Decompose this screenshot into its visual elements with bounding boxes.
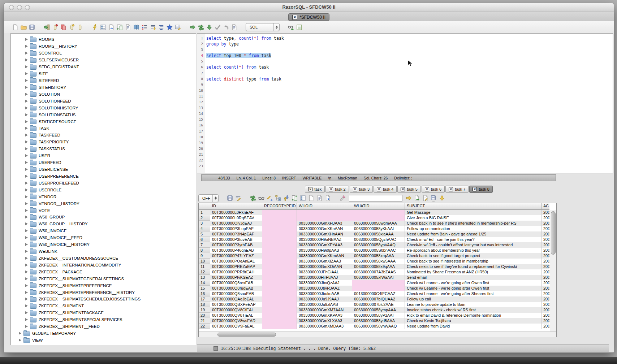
disclosure-triangle-icon[interactable]: [25, 229, 28, 232]
whoid-cell[interactable]: 0033000000GmXPYAA3: [297, 242, 352, 248]
recordtypeid-cell[interactable]: [262, 231, 297, 237]
sort-list-icon[interactable]: [150, 24, 156, 31]
activitydate-cell[interactable]: 200: [542, 313, 549, 318]
recordtypeid-cell[interactable]: [262, 248, 297, 253]
sidebar-item-table[interactable]: SITEFEED: [11, 77, 196, 84]
whatid-cell[interactable]: [352, 280, 405, 286]
disclosure-triangle-icon[interactable]: [25, 182, 28, 185]
commit-check-icon[interactable]: [214, 24, 221, 31]
disclosure-triangle-icon[interactable]: [25, 291, 28, 294]
sidebar-item-table[interactable]: VOTE: [11, 207, 196, 214]
id-cell[interactable]: 00T3000000QAeJbEAL: [210, 296, 262, 302]
disclosure-triangle-icon[interactable]: [25, 147, 28, 150]
whatid-cell[interactable]: 0013000000C4fFCAAZ: [352, 291, 405, 296]
disclosure-triangle-icon[interactable]: [25, 161, 28, 164]
disclosure-triangle-icon[interactable]: [25, 236, 28, 239]
execute-statement-icon[interactable]: [189, 24, 196, 31]
export-results-icon[interactable]: [414, 195, 420, 202]
subject-cell[interactable]: Follow up call: [405, 296, 542, 302]
disclosure-triangle-icon[interactable]: [25, 257, 28, 260]
column-header-activitydate[interactable]: AC: [542, 203, 549, 210]
disclosure-triangle-icon[interactable]: [25, 65, 28, 68]
recordtypeid-cell[interactable]: [262, 324, 297, 329]
disclosure-triangle-icon[interactable]: [25, 127, 28, 130]
close-tab-icon[interactable]: ×: [449, 187, 453, 191]
sidebar-item-root[interactable]: GLOBAL TEMPORARY: [11, 330, 196, 337]
disclosure-triangle-icon[interactable]: [25, 298, 28, 300]
whatid-cell[interactable]: 006300000058wgmAAA: [352, 221, 405, 226]
sidebar-item-table[interactable]: STATICRESOURCE: [11, 118, 196, 125]
table-row[interactable]: 16 00T3000000Q8sauEAB 0033000000JbukoAAB…: [199, 291, 549, 296]
whatid-cell[interactable]: 00630000007bIQUAA2: [352, 296, 405, 302]
subject-cell[interactable]: Rick to email David & reference Delmonte…: [405, 313, 542, 318]
execute-sql-lightning-icon[interactable]: [91, 24, 98, 31]
disclosure-triangle-icon[interactable]: [25, 311, 28, 314]
sidebar-item-table[interactable]: VENDOR: [11, 193, 196, 200]
whoid-cell[interactable]: 0033000000GmXMDAA3: [297, 324, 352, 329]
sidebar-item-table[interactable]: ZKFEDEX__SHIPMATEPREFERENCE__HISTORY: [11, 289, 196, 296]
activitydate-cell[interactable]: 200: [542, 286, 549, 291]
execute-fetch-icon[interactable]: [206, 24, 213, 31]
whatid-cell[interactable]: 00630000005S0bnAAC: [352, 248, 405, 253]
save-file-icon[interactable]: [29, 24, 35, 31]
whoid-cell[interactable]: 0033000000JbukoAAB: [297, 291, 352, 296]
sidebar-item-table[interactable]: TASKFEED: [11, 132, 196, 139]
disclosure-triangle-icon[interactable]: [25, 107, 28, 109]
row-number-cell[interactable]: 10: [199, 259, 210, 264]
whatid-cell[interactable]: [352, 286, 405, 291]
reference-book-icon[interactable]: [133, 24, 140, 31]
table-row[interactable]: 22 00T3000000QV9FaEAL 0033000000GmXMDAA3…: [199, 324, 549, 329]
sidebar-item-table[interactable]: ZKFEDEX__SHIPMENT: [11, 303, 196, 309]
connect-database-icon[interactable]: [43, 24, 50, 31]
save-results-icon[interactable]: [226, 195, 233, 202]
copy-table-icon[interactable]: [324, 195, 331, 202]
disclosure-triangle-icon[interactable]: [25, 270, 28, 273]
whoid-cell[interactable]: 0033000000GmXKPAA3: [297, 313, 352, 318]
id-cell[interactable]: 00T3000000P3tuvEAB: [210, 237, 262, 242]
disclosure-triangle-icon[interactable]: [25, 154, 28, 157]
disclosure-triangle-icon[interactable]: [25, 277, 28, 280]
favorites-star-icon[interactable]: [166, 24, 173, 31]
recordtypeid-cell[interactable]: [262, 313, 297, 318]
activitydate-cell[interactable]: 200: [542, 307, 549, 313]
edit-table-data-icon[interactable]: [174, 24, 181, 31]
whatid-cell[interactable]: [352, 215, 405, 221]
subject-cell[interactable]: Check-in w/ Ed - can he join this year?: [405, 237, 542, 242]
disclosure-triangle-icon[interactable]: [25, 38, 28, 41]
sidebar-item-table[interactable]: TASKPRIORITY: [11, 139, 196, 146]
activitydate-cell[interactable]: 200: [542, 226, 549, 231]
disclosure-triangle-icon[interactable]: [25, 140, 28, 143]
sidebar-item-table[interactable]: ZKFEDEX__PACKAGE: [11, 268, 196, 275]
disclosure-triangle-icon[interactable]: [25, 216, 28, 218]
highlight-brush-icon[interactable]: [339, 195, 346, 202]
disclosure-triangle-icon[interactable]: [25, 45, 28, 48]
results-tab[interactable]: × task: [305, 186, 325, 193]
whoid-cell[interactable]: 0033000000GmXM7AAN: [297, 307, 352, 313]
statement-type-select[interactable]: SQL: [246, 23, 280, 31]
table-row[interactable]: 19 00T3000000QV8CfEAL 0033000000GmXM7AAN…: [199, 307, 549, 313]
subject-cell[interactable]: Nominated by Shane Freeman at ANZ (HR50): [405, 269, 542, 275]
row-number-cell[interactable]: 15: [199, 286, 210, 291]
recordtypeid-cell[interactable]: [262, 318, 297, 324]
sidebar-item-table[interactable]: SCONTROL: [11, 50, 196, 57]
open-file-icon[interactable]: [20, 24, 27, 31]
row-number-cell[interactable]: 4: [199, 226, 210, 231]
subject-cell[interactable]: Leanne to provide update to Bain: [405, 302, 542, 307]
activitydate-cell[interactable]: 200: [542, 296, 549, 302]
form-view-icon[interactable]: [299, 195, 306, 202]
disclosure-triangle-icon[interactable]: [25, 318, 28, 321]
view-glasses-icon[interactable]: [258, 195, 265, 202]
whoid-cell[interactable]: 0033000000GmXKnAAN: [297, 226, 352, 231]
id-cell[interactable]: 00T3000000L0RqSEAV: [210, 215, 262, 221]
whatid-cell[interactable]: 006300000058ympAAA: [352, 307, 405, 313]
sidebar-item-table[interactable]: SOLUTIONHISTORY: [11, 104, 196, 111]
disclosure-triangle-icon[interactable]: [25, 134, 28, 136]
sidebar-item-table[interactable]: SITE: [11, 70, 196, 77]
table-row[interactable]: 9 00T3000000P47LYEAZ 0033000000GmXKmAAN …: [199, 253, 549, 259]
id-cell[interactable]: 00T3000000Q8rexEAB: [210, 280, 262, 286]
table-row[interactable]: 8 00T3000000P46qnEAB 0033000000H9i0pAAB …: [199, 248, 549, 253]
id-cell[interactable]: 00T3000000Q8rugEAB: [210, 286, 262, 291]
sql-editor[interactable]: 1234567891011121314151617181920212223 se…: [197, 33, 613, 173]
sidebar-item-table[interactable]: USERROLE: [11, 186, 196, 193]
id-cell[interactable]: 00T3000000Q8sauEAB: [210, 291, 262, 296]
